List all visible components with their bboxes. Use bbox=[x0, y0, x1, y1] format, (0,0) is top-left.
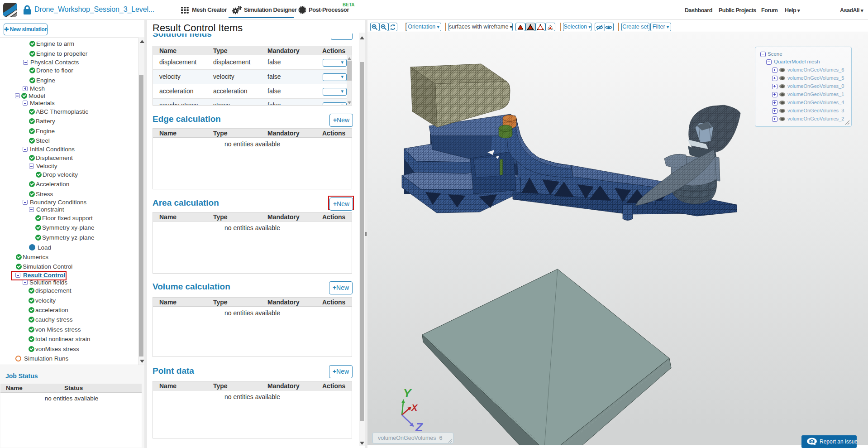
svg-text:X: X bbox=[411, 403, 418, 413]
svg-text:Z: Z bbox=[415, 420, 423, 431]
svg-text:Y: Y bbox=[403, 386, 412, 400]
